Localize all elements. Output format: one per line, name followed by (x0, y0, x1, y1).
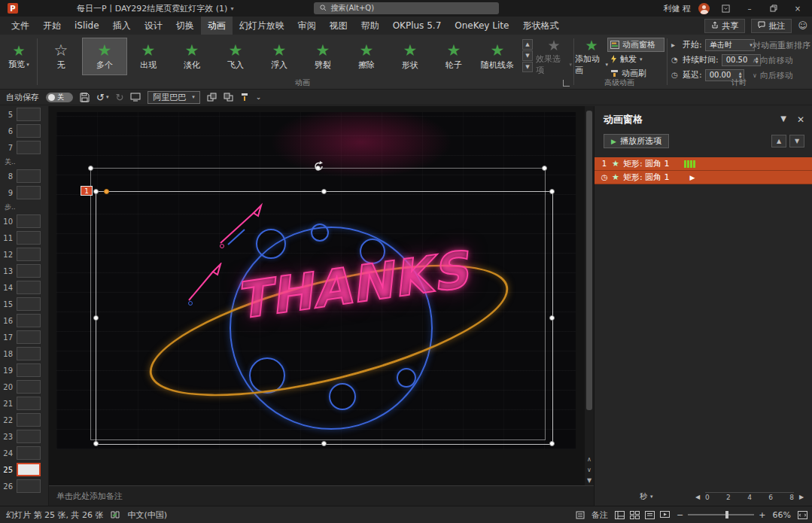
resize-handle[interactable] (321, 189, 327, 194)
resize-handle[interactable] (93, 441, 99, 446)
previous-slide-button[interactable]: ∧ (585, 455, 594, 464)
slide-thumbnail-21[interactable]: 21 (0, 395, 48, 412)
slide-thumbnail-6[interactable]: 6 (0, 123, 48, 139)
move-down-button[interactable]: ▼ (789, 135, 804, 147)
slide-thumbnail-24[interactable]: 24 (0, 445, 48, 461)
slide-thumbnail-14[interactable]: 14 (0, 279, 48, 296)
minimize-button[interactable]: – (741, 2, 758, 15)
scroll-down-icon[interactable]: ▼ (585, 476, 594, 485)
resize-handle[interactable] (93, 315, 99, 321)
animation-style-形状[interactable]: ★形状 (388, 38, 432, 74)
slide-thumbnail-7[interactable]: 7 (0, 139, 48, 156)
play-selected-button[interactable]: ▶ 播放所选项 (604, 134, 669, 148)
tab-iSlide[interactable]: iSlide (68, 17, 106, 35)
tab-插入[interactable]: 插入 (106, 17, 138, 35)
tab-OneKey Lite[interactable]: OneKey Lite (448, 17, 515, 35)
bring-forward-icon[interactable] (207, 93, 217, 102)
slide-section-header[interactable]: 关.. (0, 156, 48, 168)
slideshow-view-button[interactable] (660, 511, 670, 519)
zoom-slider[interactable] (688, 514, 754, 515)
notes-placeholder[interactable]: 单击此处添加备注 (49, 485, 594, 506)
resize-handle[interactable] (542, 166, 547, 171)
slide-thumbnail-26[interactable]: 26 (0, 478, 48, 494)
timeline-scroll-right-icon[interactable]: ▶ (797, 494, 806, 500)
format-painter-icon[interactable] (240, 93, 249, 102)
editor-scrollbar[interactable]: ∧ ∨ ▼ (585, 106, 594, 485)
animation-item-row[interactable]: ◷★矩形: 圆角 1▶ (595, 171, 812, 184)
tab-设计[interactable]: 设计 (138, 17, 169, 35)
animation-style-劈裂[interactable]: ★劈裂 (301, 38, 345, 74)
slide-thumbnail-10[interactable]: 10 (0, 213, 48, 230)
slide-thumbnail-8[interactable]: 8 (0, 168, 48, 184)
animation-item-row[interactable]: 1★矩形: 圆角 1 (595, 157, 812, 171)
pane-close-icon[interactable]: ✕ (797, 114, 804, 125)
search-box[interactable]: 搜索(Alt+Q) (314, 2, 499, 14)
send-backward-icon[interactable] (224, 93, 233, 102)
slide-thumbnail-11[interactable]: 11 (0, 230, 48, 246)
share-button[interactable]: 共享 (704, 19, 745, 33)
spellcheck-icon[interactable] (111, 510, 120, 519)
animation-order-badge[interactable]: 1 (81, 186, 93, 196)
resize-handle[interactable] (88, 166, 93, 171)
zoom-out-button[interactable]: − (677, 510, 683, 520)
preview-button[interactable]: ★ 预览▾ (2, 36, 36, 78)
slide-sorter-view-button[interactable] (630, 511, 640, 519)
tab-OKPlus 5.7[interactable]: OKPlus 5.7 (386, 17, 449, 35)
slide-thumbnail-23[interactable]: 23 (0, 428, 48, 445)
comments-button[interactable]: 批注 (751, 19, 792, 33)
redo-button[interactable]: ↻ (115, 92, 123, 103)
reading-view-button[interactable] (645, 511, 655, 519)
user-name[interactable]: 利健 程 (664, 3, 692, 14)
tab-动画[interactable]: 动画 (201, 17, 233, 35)
touch-mouse-mode-icon[interactable] (130, 93, 141, 102)
tab-切换[interactable]: 切换 (169, 17, 201, 35)
slide-thumbnail-16[interactable]: 16 (0, 312, 48, 329)
slide-number-indicator[interactable]: 幻灯片 第 25 张, 共 26 张 (6, 509, 103, 521)
tab-开始[interactable]: 开始 (36, 17, 68, 35)
close-button[interactable]: × (789, 2, 806, 15)
selected-rounded-rectangle[interactable] (96, 191, 553, 445)
notes-toggle-button[interactable]: 备注 (592, 509, 608, 521)
normal-view-button[interactable] (615, 511, 625, 519)
slide-thumbnail-13[interactable]: 13 (0, 263, 48, 279)
restore-button[interactable] (765, 2, 782, 15)
language-indicator[interactable]: 中文(中国) (127, 509, 167, 521)
adjust-handle[interactable] (104, 189, 109, 194)
gallery-expand-icon[interactable]: ▼ (522, 62, 533, 72)
autosave-toggle[interactable]: 关 (46, 93, 73, 102)
pane-dropdown-icon[interactable]: ▼ (780, 114, 786, 125)
effect-options-button[interactable]: ★ 效果选项▾ (536, 36, 572, 78)
animation-style-擦除[interactable]: ★擦除 (345, 38, 388, 74)
slide-thumbnail-5[interactable]: 5 (0, 106, 48, 123)
next-slide-button[interactable]: ∨ (585, 466, 594, 475)
slide-thumbnail-9[interactable]: 9 (0, 184, 48, 201)
slide-thumbnail-19[interactable]: 19 (0, 362, 48, 379)
save-button[interactable] (80, 93, 90, 102)
resize-handle[interactable] (549, 315, 555, 321)
animation-style-淡化[interactable]: ★淡化 (170, 38, 214, 74)
move-up-button[interactable]: ▲ (771, 135, 786, 147)
feedback-smiley-icon[interactable]: ☺ (798, 20, 807, 31)
trigger-button[interactable]: 触发▾ (608, 53, 664, 65)
tab-形状格式[interactable]: 形状格式 (515, 17, 565, 35)
tab-审阅[interactable]: 审阅 (291, 17, 323, 35)
gallery-scroll-up-icon[interactable]: ▲ (522, 39, 533, 50)
title-caret-icon[interactable]: ▾ (230, 5, 233, 12)
animation-style-无[interactable]: ☆无 (39, 38, 83, 74)
seconds-dropdown[interactable]: 秒▾ (640, 491, 653, 502)
start-combobox[interactable]: 单击时▾ (705, 39, 755, 51)
slide-thumbnail-12[interactable]: 12 (0, 246, 48, 263)
slide-section-header[interactable]: 步.. (0, 201, 48, 213)
slide-thumbnail-20[interactable]: 20 (0, 379, 48, 395)
slide-thumbnail-25[interactable]: 25 (0, 461, 48, 478)
animation-style-多个[interactable]: ★多个 (83, 38, 126, 74)
animation-style-出现[interactable]: ★出现 (126, 38, 170, 74)
scrollbar-thumb[interactable] (586, 111, 592, 410)
ribbon-display-options-icon[interactable] (717, 2, 734, 15)
gallery-scroll-down-icon[interactable]: ▼ (522, 50, 533, 61)
resize-handle[interactable] (93, 189, 99, 194)
slide-thumbnail-22[interactable]: 22 (0, 412, 48, 428)
animation-style-浮入[interactable]: ★浮入 (257, 38, 301, 74)
slide-thumbnail-15[interactable]: 15 (0, 296, 48, 312)
rotation-handle[interactable] (313, 160, 324, 175)
